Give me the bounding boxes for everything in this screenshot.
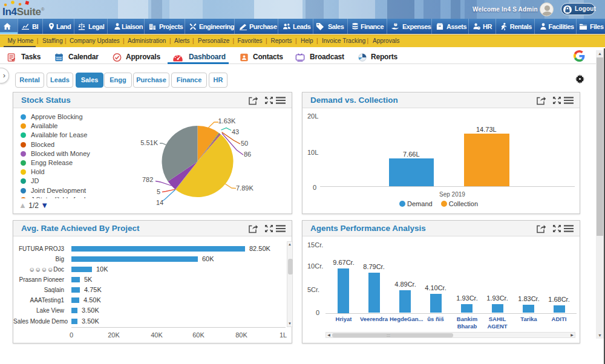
svg-text:?: ? [395, 23, 397, 26]
